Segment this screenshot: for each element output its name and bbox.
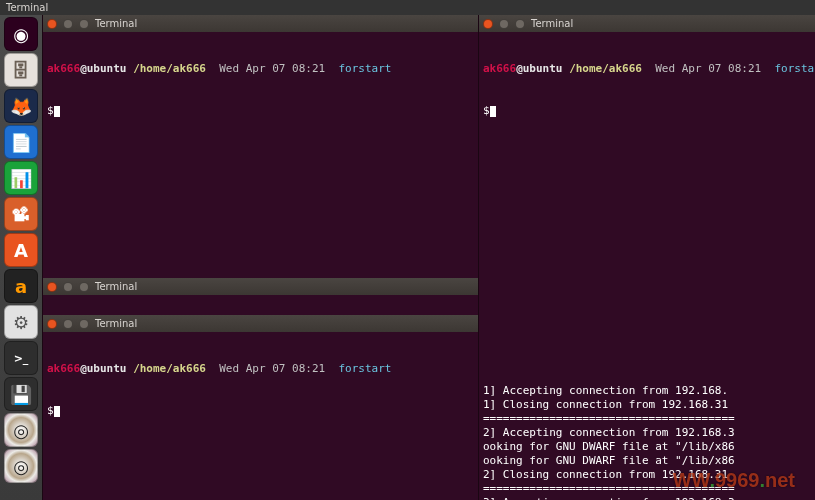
terminal-output-line: 3] Accepting connection from 192.168.3 <box>483 496 811 500</box>
software-center-icon[interactable]: A <box>4 233 38 267</box>
cursor-icon <box>54 406 60 417</box>
maximize-icon[interactable] <box>79 19 89 29</box>
terminal-window-c[interactable]: Terminal ak666@ubuntu /home/ak666 Wed Ap… <box>42 315 478 500</box>
prompt-line: ak666@ubuntu /home/ak666 Wed Apr 07 08:2… <box>483 62 811 76</box>
calc-icon[interactable]: 📊 <box>4 161 38 195</box>
terminal-body[interactable]: ak666@ubuntu /home/ak666 Wed Apr 07 08:2… <box>43 32 478 278</box>
terminal-window-b[interactable]: Terminal ak666@ubuntu /home/ak666 Wed Ap… <box>42 278 478 315</box>
terminal-output-line: 2] Accepting connection from 192.168.3 <box>483 426 811 440</box>
settings-icon[interactable]: ⚙ <box>4 305 38 339</box>
amazon-icon[interactable]: a <box>4 269 38 303</box>
prompt-line: ak666@ubuntu /home/ak666 Wed Apr 07 08:2… <box>47 62 474 76</box>
terminal-window-d[interactable]: Terminal ak666@ubuntu /home/ak666 Wed Ap… <box>478 15 815 500</box>
dvd-icon-1[interactable]: ◎ <box>4 413 38 447</box>
close-icon[interactable] <box>483 19 493 29</box>
top-menubar: Terminal <box>0 0 815 15</box>
terminal-output-line: ooking for GNU DWARF file at "/lib/x86 <box>483 440 811 454</box>
ubuntu-logo-icon[interactable]: ◉ <box>4 17 38 51</box>
terminal-body[interactable]: ak666@ubuntu /home/ak666 Wed Apr 07 08:2… <box>43 295 478 315</box>
terminal-output-line: 1] Accepting connection from 192.168. <box>483 384 811 398</box>
maximize-icon[interactable] <box>79 282 89 292</box>
terminal-body[interactable]: ak666@ubuntu /home/ak666 Wed Apr 07 08:2… <box>43 332 478 500</box>
dvd-icon-2[interactable]: ◎ <box>4 449 38 483</box>
titlebar[interactable]: Terminal <box>43 315 478 332</box>
files-icon[interactable]: 🗄 <box>4 53 38 87</box>
writer-icon[interactable]: 📄 <box>4 125 38 159</box>
terminal-icon[interactable]: >_ <box>4 341 38 375</box>
unity-dock: ◉🗄🦊📄📊📽Aa⚙>_💾◎◎ <box>0 15 42 500</box>
window-title: Terminal <box>95 281 137 292</box>
terminal-output-line: ooking for GNU DWARF file at "/lib/x86 <box>483 454 811 468</box>
window-title: Terminal <box>95 18 137 29</box>
minimize-icon[interactable] <box>63 282 73 292</box>
impress-icon[interactable]: 📽 <box>4 197 38 231</box>
workspace: Terminal ak666@ubuntu /home/ak666 Wed Ap… <box>42 15 815 500</box>
window-title: Terminal <box>95 318 137 329</box>
maximize-icon[interactable] <box>79 319 89 329</box>
minimize-icon[interactable] <box>499 19 509 29</box>
cursor-line: $ <box>47 104 474 118</box>
window-title: Terminal <box>531 18 573 29</box>
prompt-line: ak666@ubuntu /home/ak666 Wed Apr 07 08:2… <box>47 362 474 376</box>
cursor-icon <box>54 106 60 117</box>
menubar-title: Terminal <box>6 2 48 13</box>
titlebar[interactable]: Terminal <box>43 15 478 32</box>
cursor-line: $ <box>47 404 474 418</box>
terminal-output-line: 2] Closing connection from 192.168.31 <box>483 468 811 482</box>
close-icon[interactable] <box>47 19 57 29</box>
titlebar[interactable]: Terminal <box>479 15 815 32</box>
save-disk-icon[interactable]: 💾 <box>4 377 38 411</box>
close-icon[interactable] <box>47 319 57 329</box>
terminal-output-line: ====================================== <box>483 482 811 496</box>
titlebar[interactable]: Terminal <box>43 278 478 295</box>
firefox-icon[interactable]: 🦊 <box>4 89 38 123</box>
minimize-icon[interactable] <box>63 319 73 329</box>
close-icon[interactable] <box>47 282 57 292</box>
terminal-window-a[interactable]: Terminal ak666@ubuntu /home/ak666 Wed Ap… <box>42 15 478 278</box>
minimize-icon[interactable] <box>63 19 73 29</box>
maximize-icon[interactable] <box>515 19 525 29</box>
terminal-output-line: 1] Closing connection from 192.168.31 <box>483 398 811 412</box>
cursor-line: $ <box>483 104 811 118</box>
cursor-icon <box>490 106 496 117</box>
terminal-body[interactable]: ak666@ubuntu /home/ak666 Wed Apr 07 08:2… <box>479 32 815 500</box>
terminal-output-line: ====================================== <box>483 412 811 426</box>
